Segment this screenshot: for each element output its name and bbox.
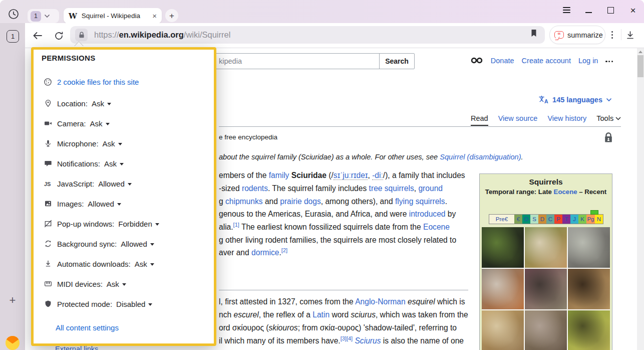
minimize-button[interactable]	[584, 6, 593, 15]
timeline-period: P	[554, 215, 562, 224]
permission-row: Background sync:Allowed	[43, 238, 154, 250]
prairie-dogs-photo[interactable]	[568, 310, 610, 350]
article-line: alia.[1] The earliest known fossilized s…	[219, 223, 450, 232]
rail-tab-count-badge[interactable]: 1	[7, 30, 19, 43]
tab-close-icon[interactable]: ×	[152, 12, 157, 20]
bookmark-flag-icon[interactable]	[530, 29, 538, 38]
back-button[interactable]	[31, 29, 44, 42]
dropdown-caret-icon	[118, 143, 122, 145]
timeline-period: Pre€	[489, 215, 514, 224]
chipmunk-photo[interactable]	[525, 227, 567, 268]
permission-row: Notifications:Ask	[43, 157, 124, 169]
permission-row: Automatic downloads:Ask	[43, 258, 154, 270]
tab-title: Squirrel - Wikipedia	[82, 12, 148, 20]
hatnote: about the squirrel family (Sciuridae) as…	[219, 153, 523, 161]
timeline-period: S	[530, 215, 538, 224]
dropdown-caret-icon	[148, 303, 152, 306]
all-content-settings-link[interactable]: All content settings	[56, 323, 119, 332]
wiki-header-links: Donate Create account Log in	[471, 56, 613, 65]
article-line: aver and dormice.[2]	[219, 248, 287, 257]
downloads-button[interactable]	[623, 29, 636, 42]
permission-row: Camera:Ask	[43, 117, 110, 129]
permission-value-dropdown[interactable]: Disabled	[116, 300, 152, 308]
page-protection-lock-icon[interactable]	[604, 132, 613, 143]
timeline-period: J	[570, 215, 578, 224]
permission-value-dropdown[interactable]: Allowed	[88, 200, 121, 208]
dropdown-caret-icon	[107, 103, 111, 105]
black-giant-squirrel-photo[interactable]	[482, 227, 524, 268]
scroll-up-icon	[638, 51, 642, 53]
glasses-icon[interactable]	[471, 56, 483, 65]
wiki-search-button[interactable]: Search	[379, 53, 415, 69]
permission-label: Microphone:	[57, 139, 99, 148]
translate-icon: A	[538, 95, 549, 104]
timeline-period: O	[522, 215, 530, 224]
side-rail: 1 +	[0, 23, 25, 350]
permission-value-dropdown[interactable]: Ask	[104, 159, 124, 168]
summarize-pill[interactable]: “ summarize	[549, 26, 605, 44]
timeline-period: €	[514, 215, 522, 224]
timeline-period: C	[546, 215, 554, 224]
wiki-search-input[interactable]	[210, 53, 380, 69]
permission-value-dropdown[interactable]: Forbidden	[118, 220, 159, 228]
tab-group-chip[interactable]: 1	[28, 9, 59, 23]
timeline-period: N	[595, 215, 603, 224]
browser-tab[interactable]: W Squirrel - Wikipedia ×	[64, 8, 162, 24]
close-button[interactable]: ×	[628, 6, 637, 15]
languages-selector[interactable]: A 145 languages	[538, 95, 612, 104]
ground-squirrel-photo[interactable]	[525, 269, 567, 309]
url-field[interactable]: https://en.wikipedia.org/wiki/Squirrel	[70, 26, 545, 44]
fox-squirrel-photo[interactable]	[482, 269, 524, 309]
permission-value-dropdown[interactable]: Allowed	[98, 180, 132, 188]
create-account-link[interactable]: Create account	[522, 57, 571, 65]
chevron-down-icon	[44, 14, 50, 18]
auto-download-icon	[43, 260, 53, 268]
permission-label: Images:	[57, 200, 84, 208]
cookie-files-link[interactable]: 2 cookie files for this site	[57, 78, 139, 86]
history-clock-icon[interactable]	[7, 7, 20, 21]
marmots-photo[interactable]	[525, 310, 567, 350]
scrollbar-thumb[interactable]	[637, 55, 643, 77]
quote-bubble-icon: “	[554, 31, 564, 39]
summarize-menu-icon[interactable]	[610, 31, 614, 39]
tab-read[interactable]: Read	[471, 114, 488, 126]
chevron-down-icon	[615, 117, 621, 120]
tab-view-source[interactable]: View source	[498, 114, 538, 122]
donate-link[interactable]: Donate	[491, 57, 514, 65]
maximize-button[interactable]	[606, 6, 615, 15]
permission-value-dropdown[interactable]: Ask	[90, 119, 110, 128]
page-scrollbar[interactable]	[637, 48, 644, 350]
site-lock-icon[interactable]	[75, 29, 88, 41]
permission-label: JavaScript:	[57, 180, 94, 188]
permission-value-dropdown[interactable]: Ask	[135, 260, 154, 268]
uinta-ground-squirrel-photo[interactable]	[568, 269, 610, 309]
tab-tools[interactable]: Tools	[596, 114, 621, 122]
permission-value-dropdown[interactable]: Ask	[107, 280, 126, 288]
location-pin-icon	[43, 99, 53, 107]
article-line: -sized rodents. The squirrel family incl…	[219, 184, 443, 193]
standing-ground-squirrels-photo[interactable]	[482, 310, 524, 350]
dropdown-caret-icon	[106, 123, 110, 125]
article-view-tabs: Read View source View history Tools	[471, 114, 621, 126]
svg-text:JS: JS	[44, 181, 51, 187]
log-in-link[interactable]: Log in	[578, 57, 598, 65]
more-menu-icon[interactable]	[605, 59, 613, 62]
permission-row: JSJavaScript:Allowed	[43, 178, 132, 190]
reload-button[interactable]	[52, 29, 65, 42]
article-line: g other living rodent families, the squi…	[219, 236, 456, 245]
javascript-icon: JS	[43, 180, 53, 188]
new-tab-button[interactable]: +	[165, 9, 178, 22]
article-line: nch escurel, the reflex of a Latin word …	[219, 310, 468, 319]
tab-group-count: 1	[31, 11, 41, 22]
wikipedia-favicon: W	[69, 12, 77, 21]
permission-value-dropdown[interactable]: Ask	[103, 139, 122, 148]
rail-add-icon[interactable]: +	[0, 294, 25, 307]
tab-view-history[interactable]: View history	[547, 114, 586, 122]
menu-button[interactable]	[562, 6, 571, 15]
panel-title: PERMISSIONS	[42, 54, 96, 62]
yandex-mail-icon[interactable]	[6, 336, 20, 350]
permission-value-dropdown[interactable]: Allowed	[121, 240, 154, 248]
permission-value-dropdown[interactable]: Ask	[92, 99, 111, 108]
site-tagline: e free encyclopedia	[219, 133, 277, 141]
tree-squirrel-photo[interactable]	[568, 227, 610, 268]
